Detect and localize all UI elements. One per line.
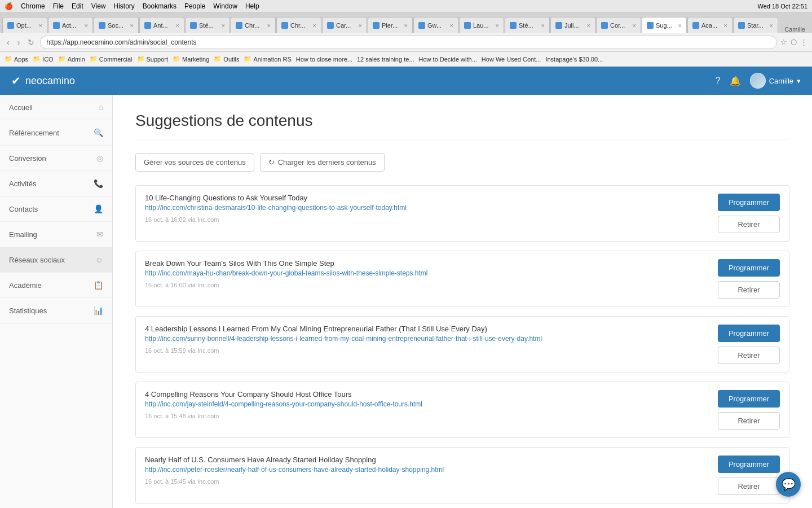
bookmark-link-3[interactable]: How to Decide with... (419, 56, 477, 63)
card-url-2[interactable]: http://inc.com/sunny-bonnell/4-leadershi… (145, 335, 700, 343)
notification-bell-icon[interactable]: 🔔 (730, 76, 741, 86)
retirer-button-0[interactable]: Retirer (718, 216, 780, 233)
bookmark-marketing[interactable]: 📁 Marketing (173, 55, 209, 63)
forward-button[interactable]: › (15, 37, 23, 48)
tab-close-2[interactable]: × (130, 22, 134, 29)
retirer-button-2[interactable]: Retirer (718, 347, 780, 364)
programmer-button-3[interactable]: Programmer (718, 390, 780, 408)
bookmark-apps[interactable]: 📁 Apps (5, 55, 28, 63)
tab-8[interactable]: Pier... × (368, 17, 413, 33)
tab-6[interactable]: Chr... × (276, 17, 321, 33)
back-button[interactable]: ‹ (5, 37, 12, 48)
sidebar-item-conversion[interactable]: Conversion ◎ (0, 146, 112, 171)
tab-close-13[interactable]: × (633, 22, 636, 29)
chrome-menu[interactable]: Chrome (21, 2, 45, 10)
sidebar-item-statistiques[interactable]: Statistiques 📊 (0, 298, 112, 323)
tab-title-9: Gw... (427, 22, 448, 29)
tab-15[interactable]: Aca... × (687, 17, 732, 33)
user-menu[interactable]: Camille ▾ (750, 73, 801, 89)
tab-close-6[interactable]: × (313, 22, 316, 29)
retirer-button-1[interactable]: Retirer (718, 281, 780, 299)
bookmark-star-icon[interactable]: ☆ (780, 38, 787, 46)
tab-12[interactable]: Juli... × (550, 17, 595, 33)
sidebar-item-academie[interactable]: Académie 📋 (0, 273, 112, 298)
tab-4[interactable]: Sté... × (185, 17, 230, 33)
reload-contents-button[interactable]: ↻ Charger les derniers contenus (260, 153, 385, 172)
help-icon[interactable]: ? (716, 76, 721, 86)
bookmarks-bar: 📁 Apps 📁 ICO 📁 Admin 📁 Commercial 📁 Supp… (0, 52, 812, 67)
tab-7[interactable]: Car... × (322, 17, 367, 33)
sidebar-item-activites[interactable]: Activités 📞 (0, 171, 112, 196)
tab-close-0[interactable]: × (39, 22, 42, 29)
card-url-3[interactable]: http://inc.com/jay-steinfeld/4-compellin… (145, 400, 700, 408)
apple-menu[interactable]: 🍎 (5, 2, 13, 10)
bookmark-commercial[interactable]: 📁 Commercial (90, 55, 133, 63)
extensions-icon[interactable]: ⬡ (791, 38, 797, 46)
tab-close-16[interactable]: × (770, 22, 773, 29)
programmer-button-0[interactable]: Programmer (718, 194, 780, 211)
card-url-4[interactable]: http://inc.com/peter-roesler/nearly-half… (145, 466, 700, 474)
tab-close-11[interactable]: × (541, 22, 545, 29)
bookmark-link-5[interactable]: Instapage's $30,00... (545, 56, 603, 63)
url-input[interactable]: https://app.neocamino.com/admin/social_c… (40, 36, 777, 49)
logo[interactable]: ✔ neocamino (11, 74, 75, 87)
bookmark-link-2[interactable]: 12 sales training te... (357, 56, 414, 63)
manage-sources-button[interactable]: Gérer vos sources de contenus (135, 153, 254, 172)
tab-close-7[interactable]: × (359, 22, 362, 29)
view-menu[interactable]: View (91, 2, 106, 10)
people-menu[interactable]: People (184, 2, 205, 10)
sidebar-item-reseaux-sociaux[interactable]: Réseaux sociaux ☺ (0, 247, 112, 273)
sidebar-item-emailing[interactable]: Emailing ✉ (0, 222, 112, 247)
tab-close-3[interactable]: × (176, 22, 179, 29)
tab-close-14[interactable]: × (678, 22, 682, 29)
card-url-1[interactable]: http://inc.com/maya-hu-chan/break-down-y… (145, 269, 700, 277)
tab-0[interactable]: Opt... × (2, 17, 47, 33)
tab-2[interactable]: Soc... × (94, 17, 139, 33)
tab-close-12[interactable]: × (587, 22, 590, 29)
programmer-button-2[interactable]: Programmer (718, 325, 780, 342)
tab-close-9[interactable]: × (450, 22, 453, 29)
tab-3[interactable]: Ant... × (139, 17, 184, 33)
tab-5[interactable]: Chr... × (231, 17, 276, 33)
sidebar-item-referencement[interactable]: Référencement 🔍 (0, 120, 112, 146)
refresh-button[interactable]: ↻ (25, 37, 37, 48)
tab-10[interactable]: Lau... × (459, 17, 504, 33)
window-menu[interactable]: Window (213, 2, 237, 10)
sidebar-item-contacts[interactable]: Contacts 👤 (0, 196, 112, 222)
bookmark-link-4[interactable]: How We Used Cont... (482, 56, 541, 63)
edit-menu[interactable]: Edit (72, 2, 83, 10)
tab-14[interactable]: Sug... × (642, 17, 687, 33)
tab-close-5[interactable]: × (267, 22, 271, 29)
bookmark-link-1[interactable]: How to close more... (296, 56, 352, 63)
history-menu[interactable]: History (114, 2, 135, 10)
tab-close-15[interactable]: × (724, 22, 727, 29)
tab-close-4[interactable]: × (222, 22, 225, 29)
bookmark-label: Support (147, 56, 169, 63)
bookmark-admin[interactable]: 📁 Admin (58, 55, 85, 63)
tab-close-10[interactable]: × (496, 22, 499, 29)
tab-close-8[interactable]: × (404, 22, 408, 29)
programmer-button-1[interactable]: Programmer (718, 259, 780, 277)
mac-os-bar: 🍎 Chrome File Edit View History Bookmark… (0, 0, 812, 12)
chat-widget[interactable]: 💬 (776, 472, 801, 497)
tab-16[interactable]: Star... × (733, 17, 778, 33)
bookmark-support[interactable]: 📁 Support (137, 55, 169, 63)
programmer-button-4[interactable]: Programmer (718, 456, 780, 473)
tab-1[interactable]: Act... × (48, 17, 93, 33)
help-menu[interactable]: Help (245, 2, 259, 10)
tab-close-1[interactable]: × (85, 22, 88, 29)
sidebar-item-accueil[interactable]: Accueil ⌂ (0, 95, 112, 120)
tab-9[interactable]: Gw... × (413, 17, 458, 33)
tab-11[interactable]: Sté... × (505, 17, 550, 33)
bookmark-ico[interactable]: 📁 ICO (33, 55, 54, 63)
card-url-0[interactable]: http://inc.com/christina-desmarais/10-li… (145, 204, 700, 212)
tab-13[interactable]: Cor... × (596, 17, 641, 33)
menu-icon[interactable]: ⋮ (800, 38, 807, 46)
file-menu[interactable]: File (53, 2, 64, 10)
bookmark-animation-rs[interactable]: 📁 Animation RS (244, 55, 291, 63)
retirer-button-4[interactable]: Retirer (718, 478, 780, 495)
bookmarks-menu[interactable]: Bookmarks (143, 2, 176, 10)
tab-favicon-6 (281, 22, 288, 29)
retirer-button-3[interactable]: Retirer (718, 412, 780, 430)
bookmark-outils[interactable]: 📁 Outils (214, 55, 239, 63)
